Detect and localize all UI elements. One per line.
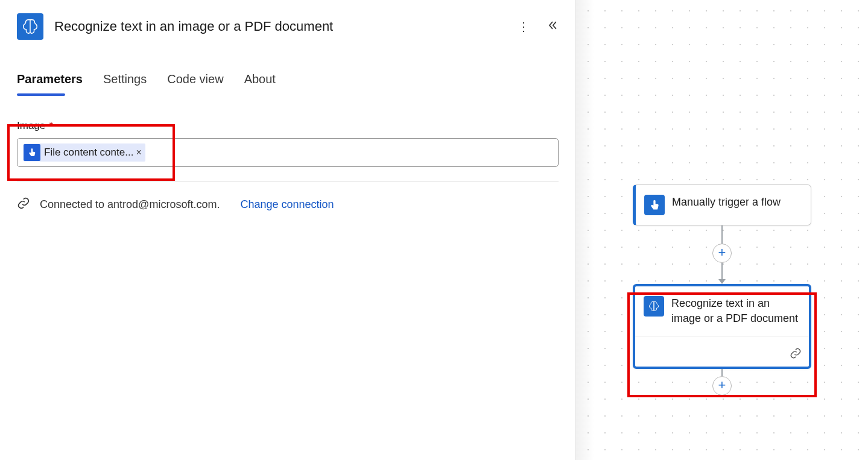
tab-code-view[interactable]: Code view xyxy=(167,72,223,93)
touch-icon xyxy=(644,195,665,215)
image-field-label: Image xyxy=(17,120,45,131)
token-remove-button[interactable]: × xyxy=(136,147,141,158)
change-connection-link[interactable]: Change connection xyxy=(240,198,334,211)
panel-title: Recognize text in an image or a PDF docu… xyxy=(54,19,518,34)
parameters-form: Image * File content conte... × xyxy=(0,93,575,167)
link-icon xyxy=(790,347,802,362)
tab-parameters[interactable]: Parameters xyxy=(17,72,83,93)
panel-header: Recognize text in an image or a PDF docu… xyxy=(0,0,575,48)
ai-brain-icon xyxy=(17,13,43,40)
touch-icon xyxy=(24,144,40,161)
token-label: File content conte... xyxy=(44,147,133,159)
required-marker: * xyxy=(49,121,53,131)
tab-about[interactable]: About xyxy=(244,72,276,93)
connector-line xyxy=(721,225,723,244)
node-trigger-title: Manually trigger a flow xyxy=(672,195,781,210)
add-step-button[interactable]: + xyxy=(712,244,732,263)
connector-line xyxy=(721,263,723,280)
flow-canvas[interactable]: Manually trigger a flow + Recognize text… xyxy=(576,0,868,460)
tab-settings[interactable]: Settings xyxy=(103,72,147,93)
collapse-panel-button[interactable] xyxy=(546,19,559,34)
node-trigger[interactable]: Manually trigger a flow xyxy=(633,184,811,225)
file-content-token[interactable]: File content conte... × xyxy=(24,143,145,162)
node-recognize-title: Recognize text in an image or a PDF docu… xyxy=(671,296,800,326)
canvas-shadow xyxy=(576,0,594,460)
config-panel: Recognize text in an image or a PDF docu… xyxy=(0,0,576,460)
link-icon xyxy=(17,197,30,213)
connection-text: Connected to antrod@microsoft.com. xyxy=(40,198,220,211)
connection-row: Connected to antrod@microsoft.com. Chang… xyxy=(0,182,575,213)
connector-line xyxy=(721,369,723,376)
flow-column: Manually trigger a flow + Recognize text… xyxy=(632,184,813,395)
field-label-row: Image * xyxy=(17,120,559,132)
node-footer xyxy=(635,344,809,367)
ai-brain-icon xyxy=(644,296,664,317)
image-input[interactable]: File content conte... × xyxy=(17,138,559,167)
tab-bar: Parameters Settings Code view About xyxy=(0,48,575,93)
more-menu-button[interactable]: ⋮ xyxy=(518,20,530,33)
arrow-down-icon xyxy=(718,279,726,284)
node-recognize-text[interactable]: Recognize text in an image or a PDF docu… xyxy=(633,284,811,369)
add-step-button[interactable]: + xyxy=(712,376,732,395)
